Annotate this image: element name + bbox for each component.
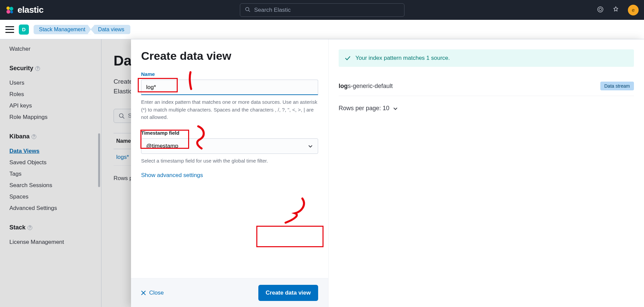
source-name: logs-generic-default [339,83,393,90]
name-label: Name [141,71,318,77]
create-data-view-flyout: Create data view Name Enter an index pat… [131,39,644,307]
svg-point-3 [10,10,13,13]
chevron-down-icon [393,106,398,111]
rows-per-label: Rows per page: 10 [339,105,389,112]
close-icon [141,291,146,295]
chevron-down-icon [308,143,313,149]
brand-text: elastic [17,5,43,15]
svg-point-4 [246,7,249,11]
close-label: Close [149,290,164,296]
svg-point-1 [9,7,13,10]
advanced-settings-link[interactable]: Show advanced settings [141,172,203,179]
search-icon [245,7,250,13]
space-badge[interactable]: D [19,25,29,35]
elastic-logo-icon [5,6,14,14]
newsfeed-icon[interactable] [612,6,619,14]
timestamp-select[interactable]: @timestamp [141,138,318,154]
close-button[interactable]: Close [141,290,164,296]
second-header: D Stack Management Data views [0,20,644,39]
source-row[interactable]: logs-generic-default Data stream [339,82,634,96]
header-right: e [597,5,639,15]
rows-per-page-selector[interactable]: Rows per page: 10 [339,105,634,112]
name-help-text: Enter an index pattern that matches one … [141,98,318,121]
timestamp-label: Timestamp field [141,130,318,136]
logo[interactable]: elastic [5,5,43,15]
name-input[interactable] [141,80,318,95]
breadcrumb-stack-management[interactable]: Stack Management [34,25,91,34]
flyout-title: Create data view [141,49,318,62]
svg-point-0 [6,6,10,10]
flyout-footer: Close Create data view [131,278,328,307]
callout-text: Your index pattern matches 1 source. [355,55,450,61]
breadcrumb-data-views[interactable]: Data views [91,25,130,34]
flyout-main: Create data view Name Enter an index pat… [131,39,329,307]
flyout-body: Create data view Name Enter an index pat… [131,39,328,278]
global-search-input[interactable] [254,7,399,13]
name-input-wrap [141,80,318,95]
match-callout: Your index pattern matches 1 source. [339,49,634,67]
help-icon[interactable] [597,6,604,14]
svg-line-5 [249,10,250,12]
timestamp-select-wrap: @timestamp [141,138,318,154]
svg-point-2 [6,10,10,13]
breadcrumbs: Stack Management Data views [34,25,130,34]
top-header: elastic e [0,0,644,20]
svg-point-6 [598,7,603,12]
svg-point-7 [599,8,602,11]
check-icon [345,55,351,61]
user-avatar[interactable]: e [628,5,639,15]
timestamp-value: @timestamp [146,143,178,149]
flyout-side: Your index pattern matches 1 source. log… [329,39,644,307]
global-search[interactable] [240,3,404,17]
data-stream-badge: Data stream [600,82,634,90]
nav-toggle-icon[interactable] [5,26,14,33]
create-data-view-button[interactable]: Create data view [258,285,318,301]
timestamp-help-text: Select a timestamp field for use with th… [141,157,318,165]
